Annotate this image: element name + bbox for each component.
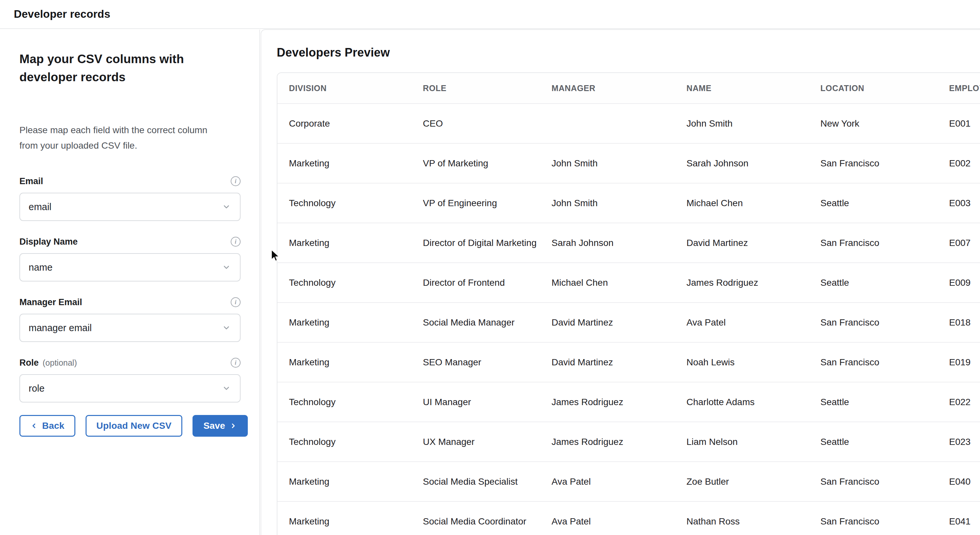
- cell-location: San Francisco: [820, 238, 949, 248]
- cell-name: John Smith: [686, 118, 820, 129]
- column-header-employee-id: EMPLOYEE ID: [949, 84, 980, 93]
- column-header-division: DIVISION: [289, 84, 423, 93]
- chevron-down-icon: [222, 263, 231, 271]
- cell-name: Liam Nelson: [686, 437, 820, 447]
- cell-role: Social Media Manager: [423, 318, 552, 328]
- cell-location: San Francisco: [820, 476, 949, 487]
- save-button[interactable]: Save: [192, 415, 248, 437]
- cell-manager: John Smith: [552, 198, 686, 208]
- manager-email-column-select[interactable]: manager email: [19, 314, 240, 342]
- email-column-selected-value: email: [29, 202, 51, 213]
- manager-email-field-label: Manager Email: [19, 297, 82, 308]
- csv-mapping-panel: Map your CSV columns with developer reco…: [0, 30, 260, 535]
- chevron-right-icon: [230, 422, 237, 429]
- cell-employee-id: E007: [949, 238, 980, 248]
- cell-employee-id: E041: [949, 516, 980, 527]
- mapping-actions: Back Upload New CSV Save: [19, 415, 248, 437]
- cell-name: Sarah Johnson: [686, 158, 820, 169]
- cell-location: Seattle: [820, 437, 949, 447]
- cell-role: VP of Engineering: [423, 198, 552, 208]
- role-column-select[interactable]: role: [19, 374, 240, 402]
- cell-employee-id: E022: [949, 397, 980, 407]
- cell-role: UI Manager: [423, 397, 552, 407]
- table-body: Corporate CEO John Smith New York E001 M…: [277, 103, 980, 535]
- cell-employee-id: E002: [949, 158, 980, 169]
- manager-email-column-selected-value: manager email: [29, 322, 92, 333]
- cell-manager: David Martinez: [552, 357, 686, 368]
- table-row: Marketing VP of Marketing John Smith Sar…: [277, 143, 980, 183]
- cell-location: San Francisco: [820, 516, 949, 527]
- mapping-description: Please map each field with the correct c…: [19, 122, 223, 153]
- cell-employee-id: E018: [949, 318, 980, 328]
- table-row: Technology UX Manager James Rodriguez Li…: [277, 422, 980, 461]
- developers-preview-panel: Developers Preview DIVISION ROLE MANAGER…: [261, 29, 980, 535]
- field-display-name: Display Name i name: [19, 235, 240, 281]
- cell-manager: David Martinez: [552, 318, 686, 328]
- cell-role: VP of Marketing: [423, 158, 552, 169]
- cell-location: New York: [820, 118, 949, 129]
- cell-manager: John Smith: [552, 158, 686, 169]
- cell-division: Marketing: [289, 318, 423, 328]
- upload-new-csv-button[interactable]: Upload New CSV: [86, 415, 182, 437]
- info-icon[interactable]: i: [231, 237, 240, 247]
- cell-name: James Rodriguez: [686, 278, 820, 288]
- role-optional-tag: (optional): [43, 358, 77, 368]
- table-row: Marketing Social Media Specialist Ava Pa…: [277, 461, 980, 501]
- cell-employee-id: E003: [949, 198, 980, 208]
- cell-role: Director of Digital Marketing: [423, 238, 552, 248]
- info-icon[interactable]: i: [231, 297, 240, 307]
- role-column-selected-value: role: [29, 383, 45, 394]
- chevron-down-icon: [222, 384, 231, 393]
- column-header-role: ROLE: [423, 84, 552, 93]
- cell-name: Michael Chen: [686, 198, 820, 208]
- table-header-row: DIVISION ROLE MANAGER NAME LOCATION EMPL…: [277, 73, 980, 103]
- cell-division: Corporate: [289, 118, 423, 129]
- cell-name: Charlotte Adams: [686, 397, 820, 407]
- cell-division: Marketing: [289, 357, 423, 368]
- cell-location: San Francisco: [820, 357, 949, 368]
- cell-role: SEO Manager: [423, 357, 552, 368]
- table-row: Marketing SEO Manager David Martinez Noa…: [277, 342, 980, 382]
- column-header-name: NAME: [686, 84, 820, 93]
- email-column-select[interactable]: email: [19, 193, 240, 221]
- cell-manager: James Rodriguez: [552, 397, 686, 407]
- table-row: Corporate CEO John Smith New York E001: [277, 103, 980, 143]
- cell-location: San Francisco: [820, 318, 949, 328]
- cell-division: Technology: [289, 278, 423, 288]
- cell-role: Director of Frontend: [423, 278, 552, 288]
- display-name-column-selected-value: name: [29, 262, 52, 273]
- cell-role: UX Manager: [423, 437, 552, 447]
- cell-division: Marketing: [289, 476, 423, 487]
- info-icon[interactable]: i: [231, 358, 240, 368]
- cell-location: Seattle: [820, 278, 949, 288]
- cell-role: CEO: [423, 118, 552, 129]
- developers-preview-table: DIVISION ROLE MANAGER NAME LOCATION EMPL…: [277, 72, 980, 535]
- column-header-location: LOCATION: [820, 84, 949, 93]
- upload-new-csv-button-label: Upload New CSV: [96, 421, 172, 431]
- back-button[interactable]: Back: [19, 415, 75, 437]
- cell-employee-id: E009: [949, 278, 980, 288]
- mapping-heading: Map your CSV columns with developer reco…: [19, 50, 210, 86]
- cell-employee-id: E001: [949, 118, 980, 129]
- cell-location: San Francisco: [820, 158, 949, 169]
- cell-name: Noah Lewis: [686, 357, 820, 368]
- display-name-column-select[interactable]: name: [19, 253, 240, 281]
- table-row: Technology UI Manager James Rodriguez Ch…: [277, 382, 980, 422]
- display-name-field-label: Display Name: [19, 237, 78, 247]
- top-bar: Developer records: [0, 0, 980, 29]
- preview-title: Developers Preview: [277, 46, 390, 60]
- cell-role: Social Media Specialist: [423, 476, 552, 487]
- cell-name: David Martinez: [686, 238, 820, 248]
- cell-division: Marketing: [289, 238, 423, 248]
- email-field-label: Email: [19, 176, 43, 186]
- cell-division: Marketing: [289, 158, 423, 169]
- back-button-label: Back: [42, 421, 65, 431]
- cell-employee-id: E019: [949, 357, 980, 368]
- cell-name: Ava Patel: [686, 318, 820, 328]
- cell-division: Marketing: [289, 516, 423, 527]
- chevron-down-icon: [222, 203, 231, 211]
- info-icon[interactable]: i: [231, 176, 240, 186]
- table-row: Marketing Director of Digital Marketing …: [277, 222, 980, 262]
- cell-manager: Michael Chen: [552, 278, 686, 288]
- table-row: Marketing Social Media Manager David Mar…: [277, 302, 980, 342]
